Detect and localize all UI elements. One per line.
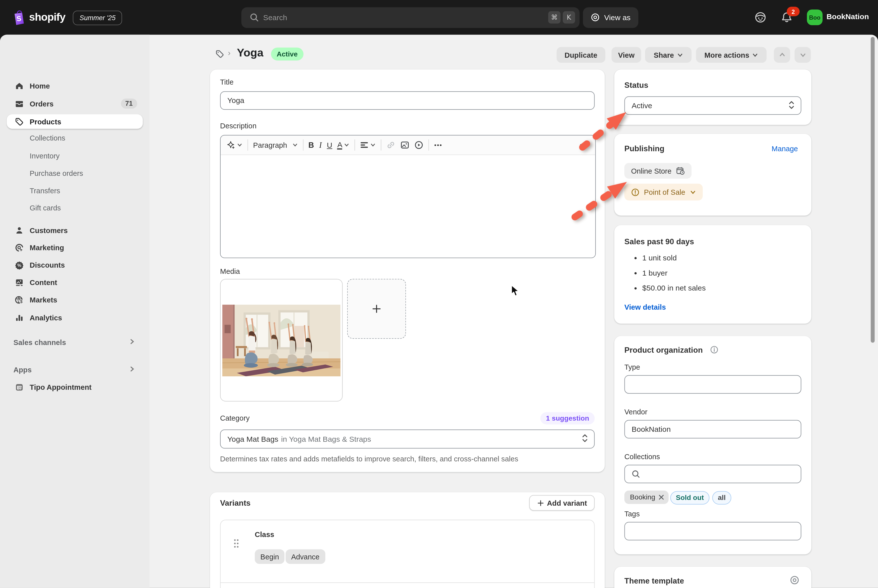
- drag-handle[interactable]: [234, 539, 239, 550]
- tags-label: Tags: [624, 510, 640, 518]
- organization-heading: Product organization: [624, 345, 703, 354]
- store-avatar[interactable]: Boo: [807, 9, 823, 25]
- remove-icon[interactable]: [659, 495, 664, 500]
- italic-button[interactable]: I: [319, 140, 322, 150]
- title-input[interactable]: [220, 91, 595, 110]
- next-product-button[interactable]: [795, 47, 811, 63]
- alignment-button[interactable]: [360, 141, 376, 149]
- paragraph-style-dropdown[interactable]: Paragraph: [253, 141, 298, 149]
- shopify-logo[interactable]: S: [11, 9, 26, 28]
- collection-suggestion-sold-out[interactable]: Sold out: [670, 491, 710, 504]
- sidebar-item-content[interactable]: Content: [7, 275, 143, 290]
- play-circle-icon: [415, 141, 424, 150]
- info-icon[interactable]: [710, 345, 719, 356]
- svg-text:%: %: [17, 263, 21, 268]
- collections-label: Collections: [624, 453, 660, 461]
- category-context: in Yoga Mat Bags & Straps: [281, 435, 371, 443]
- sidebar-item-home[interactable]: Home: [7, 78, 143, 93]
- search-bar[interactable]: Search ⌘ K: [241, 7, 580, 28]
- vendor-label: Vendor: [624, 408, 647, 416]
- sidebar-item-discounts[interactable]: % Discounts: [7, 258, 143, 273]
- category-select[interactable]: Yoga Mat Bags in Yoga Mat Bags & Straps: [220, 429, 595, 449]
- toolbar-divider: [303, 140, 303, 151]
- type-input[interactable]: [624, 375, 801, 393]
- description-editor[interactable]: Paragraph B I U A: [220, 135, 596, 258]
- add-variant-button[interactable]: Add variant: [529, 495, 595, 511]
- sidebar-item-marketing[interactable]: Marketing: [7, 240, 143, 255]
- product-photo: [222, 305, 340, 376]
- sidebar-item-analytics[interactable]: Analytics: [7, 310, 143, 325]
- sidebar-item-collections[interactable]: Collections: [7, 131, 166, 146]
- assistant-icon[interactable]: [754, 11, 767, 26]
- search-placeholder: Search: [263, 13, 287, 22]
- top-bar: S shopify Summer '25 Search ⌘ K View as: [0, 0, 878, 35]
- status-select[interactable]: Active: [624, 96, 801, 115]
- sidebar-item-inventory[interactable]: Inventory: [7, 148, 166, 163]
- view-button[interactable]: View: [611, 47, 641, 63]
- channel-online-store[interactable]: Online Store: [624, 163, 692, 178]
- share-button[interactable]: Share: [645, 47, 691, 63]
- more-actions-button[interactable]: More actions: [696, 47, 767, 63]
- category-help-text: Determines tax rates and adds metafields…: [220, 454, 518, 463]
- sidebar-item-customers[interactable]: Customers: [7, 223, 143, 237]
- markets-icon: $: [14, 295, 24, 305]
- content-icon: [14, 278, 24, 288]
- previous-product-button[interactable]: [774, 47, 790, 63]
- sidebar-item-products[interactable]: Products: [7, 114, 143, 129]
- insert-image-button[interactable]: [401, 141, 410, 150]
- view-as-button[interactable]: View as: [583, 7, 638, 28]
- duplicate-button[interactable]: Duplicate: [557, 47, 605, 63]
- link-button[interactable]: [387, 141, 396, 150]
- tags-input[interactable]: [624, 522, 801, 540]
- scrollbar-thumb[interactable]: [871, 37, 875, 343]
- sidebar-section-sales-channels[interactable]: Sales channels: [13, 336, 136, 349]
- ai-magic-button[interactable]: [226, 141, 243, 150]
- product-details-card: [210, 69, 605, 472]
- customers-icon: [14, 225, 24, 235]
- analytics-icon: [14, 312, 24, 322]
- eye-target-icon[interactable]: [790, 575, 800, 588]
- vendor-input[interactable]: [624, 420, 801, 438]
- media-thumbnail[interactable]: [220, 279, 343, 402]
- sidebar-item-gift-cards[interactable]: Gift cards: [7, 201, 166, 215]
- editor-content[interactable]: [220, 155, 595, 258]
- divider: [220, 582, 594, 583]
- breadcrumb-tag-icon[interactable]: [215, 49, 224, 61]
- search-icon: [632, 470, 640, 478]
- collections-search-input[interactable]: [624, 465, 801, 483]
- variant-option-name[interactable]: Class: [255, 530, 274, 539]
- chevron-up-icon: [779, 51, 785, 58]
- sidebar-item-tipo-appointment[interactable]: Tipo Appointment: [7, 380, 143, 394]
- category-value: Yoga Mat Bags: [227, 435, 278, 443]
- sidebar-item-purchase-orders[interactable]: Purchase orders: [7, 166, 166, 180]
- insert-video-button[interactable]: [415, 141, 424, 150]
- text-color-button[interactable]: A: [337, 141, 350, 149]
- view-details-link[interactable]: View details: [624, 303, 666, 311]
- sidebar-item-orders[interactable]: Orders 71: [7, 96, 143, 111]
- notifications-bell[interactable]: 2: [781, 11, 793, 26]
- svg-text:$: $: [20, 299, 22, 304]
- product-organization-card: [614, 336, 811, 554]
- add-media-button[interactable]: [347, 279, 406, 339]
- chevron-down-icon: [690, 189, 696, 195]
- sidebar-item-transfers[interactable]: Transfers: [7, 183, 166, 198]
- variant-value-chip: Begin: [255, 549, 285, 564]
- description-label: Description: [220, 122, 256, 130]
- status-heading: Status: [624, 81, 648, 90]
- variant-value-chip: Advance: [286, 549, 325, 564]
- manage-publishing-link[interactable]: Manage: [772, 144, 798, 153]
- collection-suggestion-all[interactable]: all: [712, 491, 731, 504]
- category-suggestion-link[interactable]: 1 suggestion: [541, 412, 595, 424]
- store-name[interactable]: BookNation: [827, 12, 869, 21]
- more-formatting-button[interactable]: •••: [434, 142, 442, 148]
- chevron-down-icon: [370, 142, 376, 148]
- bold-button[interactable]: B: [309, 141, 314, 150]
- alert-circle-icon: [631, 188, 640, 196]
- sales-bullet: 1 buyer: [634, 269, 668, 278]
- align-left-icon: [360, 141, 369, 149]
- breadcrumb-separator: ›: [228, 48, 231, 57]
- sidebar-item-markets[interactable]: $ Markets: [7, 292, 143, 307]
- sidebar-section-apps[interactable]: Apps: [13, 363, 136, 376]
- underline-button[interactable]: U: [327, 141, 332, 149]
- channel-point-of-sale[interactable]: Point of Sale: [624, 184, 703, 201]
